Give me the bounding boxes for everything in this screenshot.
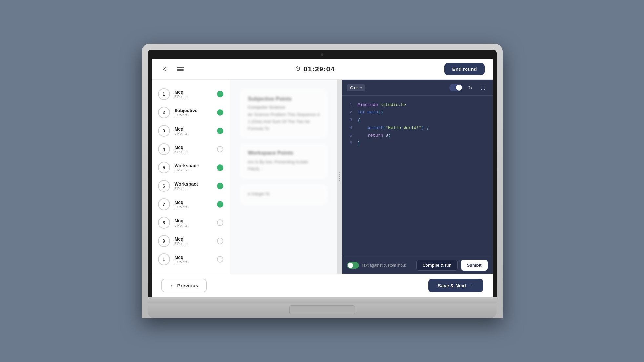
- subjective-points-label: Subjective Points: [248, 96, 320, 102]
- question-status-empty: [217, 146, 223, 152]
- question-status-empty: [217, 219, 223, 226]
- code-line: 2 int main(): [347, 109, 488, 116]
- sidebar-item[interactable]: 1 Mcq 5 Points: [152, 250, 230, 269]
- question-status-empty: [217, 238, 223, 244]
- question-number: 2: [158, 107, 170, 118]
- question-points: 5 Points: [175, 223, 212, 227]
- svg-rect-0: [177, 67, 184, 68]
- save-next-button[interactable]: Save & Next →: [428, 279, 483, 292]
- compile-run-button[interactable]: Compile & run: [416, 260, 458, 271]
- resizer-dot: [339, 176, 340, 177]
- question-type: Workspace: [175, 181, 212, 187]
- language-selector[interactable]: C++ ▾: [347, 84, 365, 91]
- code-editor[interactable]: 1 #include <studio.h> 2 int main() 3 {: [342, 96, 493, 256]
- question-type: Mcq: [175, 255, 212, 260]
- question-status-empty: [217, 256, 223, 263]
- question-number: 3: [158, 125, 170, 137]
- question-type: Mcq: [175, 236, 212, 242]
- custom-input-switch[interactable]: [347, 262, 359, 269]
- chevron-down-icon: ▾: [360, 86, 362, 90]
- code-line: 3 {: [347, 116, 488, 124]
- panel-resizer[interactable]: [337, 80, 342, 274]
- sidebar-item[interactable]: 8 Mcq 5 Points: [152, 213, 230, 232]
- question-points: 5 Points: [175, 168, 212, 172]
- end-round-button[interactable]: End round: [444, 63, 485, 75]
- back-button[interactable]: [159, 64, 170, 74]
- refresh-button[interactable]: ↻: [466, 83, 475, 92]
- question-type: Subjective: [175, 108, 212, 113]
- sidebar-item[interactable]: 1 Mcq 5 Points: [152, 85, 230, 103]
- sidebar-item[interactable]: 2 Subjective 5 Points: [152, 103, 230, 122]
- question-sidebar: 1 Mcq 5 Points 2 Subjective 5 Points 3 M…: [152, 80, 230, 274]
- question-number: 6: [158, 180, 170, 192]
- sidebar-item[interactable]: 7 Mcq 5 Points: [152, 195, 230, 213]
- language-label: C++: [350, 85, 359, 90]
- arrow-right-icon: →: [469, 283, 474, 288]
- line-number: 1: [347, 101, 352, 109]
- question-points: 5 Points: [175, 242, 212, 246]
- sidebar-item[interactable]: 5 Workspace 5 Points: [152, 158, 230, 177]
- fullscreen-button[interactable]: ⛶: [478, 83, 488, 92]
- sidebar-item[interactable]: 4 Mcq 5 Points: [152, 140, 230, 158]
- custom-input-label: Text against custom input: [362, 263, 406, 268]
- question-body-1: ter Science Problem This Sequence d 1 (O…: [248, 111, 320, 132]
- submit-button[interactable]: Sumbit: [461, 260, 487, 271]
- question-points: 5 Points: [175, 113, 212, 117]
- question-info: Mcq 5 Points: [175, 218, 212, 227]
- trackpad: [289, 305, 355, 314]
- code-toolbar: C++ ▾ ↻ ⛶: [342, 80, 493, 96]
- previous-button[interactable]: ← Previous: [161, 279, 207, 292]
- question-points: 5 Points: [175, 150, 212, 154]
- question-points: 5 Points: [175, 131, 212, 135]
- code-line: 1 #include <studio.h>: [347, 101, 488, 109]
- sidebar-item[interactable]: 9 Mcq 5 Points: [152, 232, 230, 250]
- dark-mode-toggle[interactable]: [449, 84, 463, 91]
- question-info: Mcq 5 Points: [175, 145, 212, 154]
- question-number: 9: [158, 235, 170, 247]
- resizer-dot: [339, 174, 340, 175]
- question-type: Mcq: [175, 200, 212, 205]
- question-info: Mcq 5 Points: [175, 200, 212, 209]
- question-number: 8: [158, 217, 170, 229]
- line-content: int main(): [358, 109, 383, 116]
- menu-button[interactable]: [175, 64, 186, 74]
- question-points: 5 Points: [175, 205, 212, 209]
- question-info: Workspace 5 Points: [175, 163, 212, 172]
- line-content: }: [358, 139, 360, 147]
- question-info: Workspace 5 Points: [175, 181, 212, 191]
- question-number: 1: [158, 253, 170, 265]
- sidebar-item[interactable]: 6 Workspace 5 Points: [152, 177, 230, 195]
- line-number: 4: [347, 124, 352, 131]
- sidebar-item[interactable]: 3 Mcq 5 Points: [152, 122, 230, 140]
- question-status-filled: [217, 183, 223, 189]
- question-block-subjective: Subjective Points Computer Science ter S…: [240, 90, 327, 138]
- toggle-knob: [456, 85, 462, 90]
- main-content: 1 Mcq 5 Points 2 Subjective 5 Points 3 M…: [152, 80, 493, 274]
- previous-label: Previous: [177, 283, 198, 288]
- line-content: return 0;: [358, 132, 391, 139]
- question-type: Workspace: [175, 163, 212, 168]
- line-number: 5: [347, 132, 352, 139]
- question-type: Mcq: [175, 145, 212, 150]
- question-block-workspace: Workspace Points ers Is By low, Presenti…: [240, 144, 327, 179]
- question-area: Subjective Points Computer Science ter S…: [230, 80, 337, 274]
- question-number: 5: [158, 162, 170, 173]
- question-number: 1: [158, 88, 170, 100]
- custom-input-toggle: Text against custom input: [347, 262, 406, 269]
- line-number: 3: [347, 116, 352, 124]
- question-status-filled: [217, 109, 223, 116]
- question-body-2: ers Is By low, Presenting lculate Fib(4)…: [248, 159, 320, 172]
- code-line: 4 printf("Hello World!") ;: [347, 124, 488, 131]
- timer-display: 01:29:04: [303, 65, 335, 73]
- question-type: Mcq: [175, 90, 212, 95]
- svg-rect-1: [177, 69, 184, 70]
- question-body-3: e Integer N;: [248, 191, 320, 198]
- resizer-dot: [339, 172, 340, 173]
- question-info: Mcq 5 Points: [175, 126, 212, 135]
- top-bar: ⏱ 01:29:04 End round: [152, 59, 493, 80]
- question-status-filled: [217, 128, 223, 134]
- laptop-trackpad-area: [148, 305, 497, 318]
- svg-rect-2: [177, 70, 184, 71]
- timer-icon: ⏱: [295, 66, 301, 72]
- question-number: 7: [158, 198, 170, 210]
